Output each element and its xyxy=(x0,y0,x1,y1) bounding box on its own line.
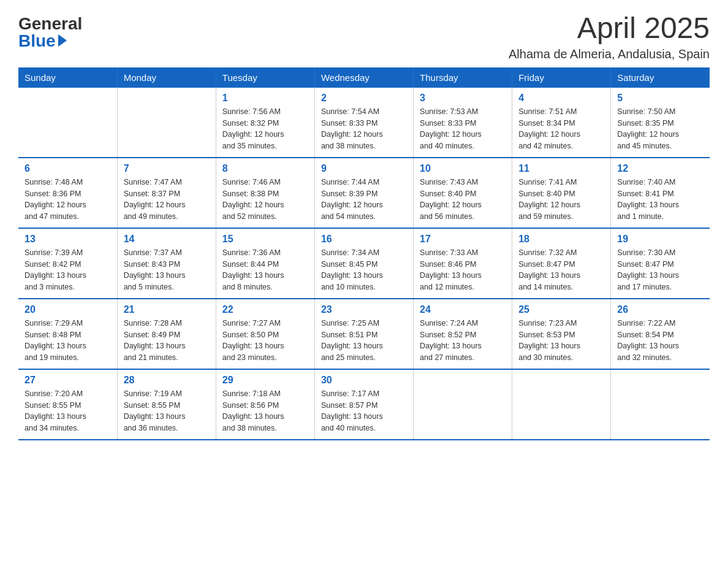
day-number: 4 xyxy=(518,93,604,104)
title-area: April 2025 Alhama de Almeria, Andalusia,… xyxy=(509,12,710,61)
day-info: Sunrise: 7:54 AMSunset: 8:33 PMDaylight:… xyxy=(321,106,407,152)
day-number: 17 xyxy=(420,234,506,245)
calendar-day-cell: 24Sunrise: 7:24 AMSunset: 8:52 PMDayligh… xyxy=(414,299,512,369)
calendar-week-row: 13Sunrise: 7:39 AMSunset: 8:42 PMDayligh… xyxy=(18,228,710,299)
calendar-day-cell: 2Sunrise: 7:54 AMSunset: 8:33 PMDaylight… xyxy=(314,88,413,158)
day-number: 6 xyxy=(25,163,111,174)
day-number: 9 xyxy=(321,163,407,174)
month-year-title: April 2025 xyxy=(509,12,710,45)
calendar-week-row: 27Sunrise: 7:20 AMSunset: 8:55 PMDayligh… xyxy=(18,369,710,440)
calendar-day-cell: 13Sunrise: 7:39 AMSunset: 8:42 PMDayligh… xyxy=(18,228,117,299)
day-info: Sunrise: 7:46 AMSunset: 8:38 PMDaylight:… xyxy=(222,177,308,223)
day-number: 10 xyxy=(420,163,506,174)
day-number: 11 xyxy=(518,163,604,174)
day-info: Sunrise: 7:27 AMSunset: 8:50 PMDaylight:… xyxy=(222,318,308,364)
day-number: 2 xyxy=(321,93,407,104)
calendar-day-cell xyxy=(512,369,611,440)
logo-blue-text: Blue xyxy=(18,33,67,50)
day-info: Sunrise: 7:48 AMSunset: 8:36 PMDaylight:… xyxy=(25,177,111,223)
day-number: 8 xyxy=(222,163,308,174)
day-info: Sunrise: 7:29 AMSunset: 8:48 PMDaylight:… xyxy=(25,318,111,364)
calendar-day-cell: 15Sunrise: 7:36 AMSunset: 8:44 PMDayligh… xyxy=(216,228,314,299)
calendar-day-cell: 14Sunrise: 7:37 AMSunset: 8:43 PMDayligh… xyxy=(117,228,216,299)
calendar-day-cell: 3Sunrise: 7:53 AMSunset: 8:33 PMDaylight… xyxy=(414,88,512,158)
calendar-day-cell: 21Sunrise: 7:28 AMSunset: 8:49 PMDayligh… xyxy=(117,299,216,369)
day-number: 5 xyxy=(617,93,703,104)
calendar-day-cell: 12Sunrise: 7:40 AMSunset: 8:41 PMDayligh… xyxy=(611,158,710,228)
day-number: 14 xyxy=(124,234,210,245)
calendar-day-cell: 20Sunrise: 7:29 AMSunset: 8:48 PMDayligh… xyxy=(18,299,117,369)
calendar-day-cell: 9Sunrise: 7:44 AMSunset: 8:39 PMDaylight… xyxy=(314,158,413,228)
day-number: 22 xyxy=(222,304,308,315)
day-number: 23 xyxy=(321,304,407,315)
calendar-day-cell: 29Sunrise: 7:18 AMSunset: 8:56 PMDayligh… xyxy=(216,369,314,440)
day-info: Sunrise: 7:36 AMSunset: 8:44 PMDaylight:… xyxy=(222,247,308,293)
day-info: Sunrise: 7:32 AMSunset: 8:47 PMDaylight:… xyxy=(518,247,604,293)
calendar-day-cell: 7Sunrise: 7:47 AMSunset: 8:37 PMDaylight… xyxy=(117,158,216,228)
calendar-day-cell: 1Sunrise: 7:56 AMSunset: 8:32 PMDaylight… xyxy=(216,88,314,158)
day-number: 19 xyxy=(617,234,703,245)
calendar-day-cell: 11Sunrise: 7:41 AMSunset: 8:40 PMDayligh… xyxy=(512,158,611,228)
calendar-day-cell: 17Sunrise: 7:33 AMSunset: 8:46 PMDayligh… xyxy=(414,228,512,299)
day-info: Sunrise: 7:53 AMSunset: 8:33 PMDaylight:… xyxy=(420,106,506,152)
day-number: 7 xyxy=(124,163,210,174)
weekday-header-saturday: Saturday xyxy=(611,67,710,88)
calendar-day-cell: 8Sunrise: 7:46 AMSunset: 8:38 PMDaylight… xyxy=(216,158,314,228)
day-info: Sunrise: 7:18 AMSunset: 8:56 PMDaylight:… xyxy=(222,388,308,434)
day-info: Sunrise: 7:47 AMSunset: 8:37 PMDaylight:… xyxy=(124,177,210,223)
day-info: Sunrise: 7:34 AMSunset: 8:45 PMDaylight:… xyxy=(321,247,407,293)
day-info: Sunrise: 7:41 AMSunset: 8:40 PMDaylight:… xyxy=(518,177,604,223)
weekday-header-monday: Monday xyxy=(117,67,216,88)
calendar-day-cell xyxy=(18,88,117,158)
day-number: 21 xyxy=(124,304,210,315)
calendar-week-row: 1Sunrise: 7:56 AMSunset: 8:32 PMDaylight… xyxy=(18,88,710,158)
day-info: Sunrise: 7:20 AMSunset: 8:55 PMDaylight:… xyxy=(25,388,111,434)
day-info: Sunrise: 7:40 AMSunset: 8:41 PMDaylight:… xyxy=(617,177,703,223)
logo-triangle-icon xyxy=(58,34,67,47)
day-number: 30 xyxy=(321,375,407,386)
calendar-day-cell: 22Sunrise: 7:27 AMSunset: 8:50 PMDayligh… xyxy=(216,299,314,369)
day-number: 29 xyxy=(222,375,308,386)
calendar-day-cell: 25Sunrise: 7:23 AMSunset: 8:53 PMDayligh… xyxy=(512,299,611,369)
day-number: 28 xyxy=(124,375,210,386)
day-info: Sunrise: 7:37 AMSunset: 8:43 PMDaylight:… xyxy=(124,247,210,293)
day-info: Sunrise: 7:30 AMSunset: 8:47 PMDaylight:… xyxy=(617,247,703,293)
day-info: Sunrise: 7:39 AMSunset: 8:42 PMDaylight:… xyxy=(25,247,111,293)
calendar-week-row: 20Sunrise: 7:29 AMSunset: 8:48 PMDayligh… xyxy=(18,299,710,369)
calendar-day-cell: 23Sunrise: 7:25 AMSunset: 8:51 PMDayligh… xyxy=(314,299,413,369)
day-number: 16 xyxy=(321,234,407,245)
calendar-body: 1Sunrise: 7:56 AMSunset: 8:32 PMDaylight… xyxy=(18,88,710,440)
calendar-day-cell: 19Sunrise: 7:30 AMSunset: 8:47 PMDayligh… xyxy=(611,228,710,299)
day-number: 18 xyxy=(518,234,604,245)
calendar-day-cell: 4Sunrise: 7:51 AMSunset: 8:34 PMDaylight… xyxy=(512,88,611,158)
weekday-header-row: SundayMondayTuesdayWednesdayThursdayFrid… xyxy=(18,67,710,88)
day-info: Sunrise: 7:28 AMSunset: 8:49 PMDaylight:… xyxy=(124,318,210,364)
weekday-header-friday: Friday xyxy=(512,67,611,88)
day-info: Sunrise: 7:51 AMSunset: 8:34 PMDaylight:… xyxy=(518,106,604,152)
day-info: Sunrise: 7:44 AMSunset: 8:39 PMDaylight:… xyxy=(321,177,407,223)
day-info: Sunrise: 7:23 AMSunset: 8:53 PMDaylight:… xyxy=(518,318,604,364)
logo-general-text: General xyxy=(18,15,82,33)
day-info: Sunrise: 7:17 AMSunset: 8:57 PMDaylight:… xyxy=(321,388,407,434)
location-subtitle: Alhama de Almeria, Andalusia, Spain xyxy=(509,47,710,61)
calendar-day-cell: 10Sunrise: 7:43 AMSunset: 8:40 PMDayligh… xyxy=(414,158,512,228)
day-info: Sunrise: 7:50 AMSunset: 8:35 PMDaylight:… xyxy=(617,106,703,152)
weekday-header-thursday: Thursday xyxy=(414,67,512,88)
logo: General Blue xyxy=(18,12,82,50)
calendar-day-cell: 5Sunrise: 7:50 AMSunset: 8:35 PMDaylight… xyxy=(611,88,710,158)
calendar-week-row: 6Sunrise: 7:48 AMSunset: 8:36 PMDaylight… xyxy=(18,158,710,228)
calendar-day-cell: 6Sunrise: 7:48 AMSunset: 8:36 PMDaylight… xyxy=(18,158,117,228)
day-number: 26 xyxy=(617,304,703,315)
calendar-day-cell xyxy=(414,369,512,440)
calendar-day-cell: 16Sunrise: 7:34 AMSunset: 8:45 PMDayligh… xyxy=(314,228,413,299)
day-number: 3 xyxy=(420,93,506,104)
calendar-day-cell: 27Sunrise: 7:20 AMSunset: 8:55 PMDayligh… xyxy=(18,369,117,440)
day-info: Sunrise: 7:24 AMSunset: 8:52 PMDaylight:… xyxy=(420,318,506,364)
day-info: Sunrise: 7:22 AMSunset: 8:54 PMDaylight:… xyxy=(617,318,703,364)
page-header: General Blue April 2025 Alhama de Almeri… xyxy=(18,12,710,61)
day-info: Sunrise: 7:19 AMSunset: 8:55 PMDaylight:… xyxy=(124,388,210,434)
weekday-header-sunday: Sunday xyxy=(18,67,117,88)
calendar-day-cell xyxy=(611,369,710,440)
weekday-header-tuesday: Tuesday xyxy=(216,67,314,88)
day-info: Sunrise: 7:25 AMSunset: 8:51 PMDaylight:… xyxy=(321,318,407,364)
